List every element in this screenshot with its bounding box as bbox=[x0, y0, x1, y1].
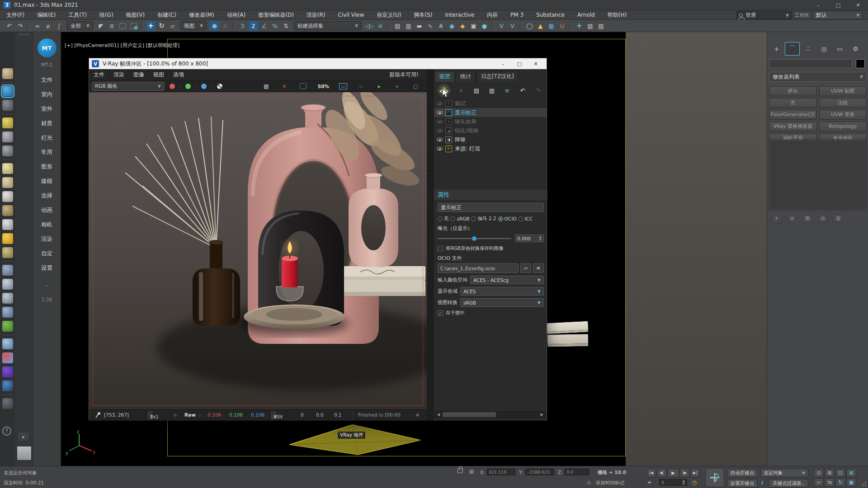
color-balls-icon[interactable] bbox=[2, 352, 13, 363]
tab-stats[interactable]: 统计 bbox=[456, 71, 476, 82]
auto-key-button[interactable]: 自动关键点 bbox=[727, 469, 758, 477]
key-nudge-icon[interactable]: ◂▸ bbox=[647, 480, 651, 484]
z-coordinate-field[interactable]: 0.0 bbox=[564, 469, 590, 475]
region-render-icon[interactable] bbox=[300, 83, 307, 89]
light-icon[interactable] bbox=[2, 117, 13, 128]
vfb-close-button[interactable]: ✕ bbox=[528, 58, 544, 69]
visibility-eye-icon[interactable] bbox=[437, 111, 443, 114]
render-lasso-icon[interactable]: ◌ bbox=[411, 82, 420, 91]
dock-swatch[interactable] bbox=[17, 446, 32, 460]
make-unique-icon[interactable]: ⊞ bbox=[802, 214, 812, 223]
transform-gizmo-icon[interactable]: ⊞ bbox=[469, 469, 474, 475]
zoom-all-icon[interactable]: ⊞ bbox=[825, 469, 835, 477]
select-and-move-icon[interactable]: + bbox=[146, 21, 156, 31]
x-coordinate-field[interactable]: 421.116 bbox=[486, 469, 515, 475]
visibility-eye-icon[interactable] bbox=[437, 138, 443, 141]
unlink-selection-icon[interactable]: ⌀ bbox=[43, 21, 53, 31]
sep[interactable] bbox=[2, 335, 14, 335]
menu-item[interactable]: 工具(T) bbox=[62, 10, 93, 20]
modifier-list-dropdown[interactable]: 修改器列表 ▼ bbox=[769, 72, 867, 82]
sep[interactable] bbox=[2, 394, 14, 395]
layer-source-lightmix[interactable]: ☉ 来源: 灯混 bbox=[434, 144, 547, 153]
u-icon[interactable]: U bbox=[557, 21, 567, 31]
pyramid-icon[interactable] bbox=[2, 293, 13, 304]
modifier-button[interactable]: 挤出 bbox=[769, 86, 817, 96]
redo-icon[interactable]: ↷ bbox=[15, 21, 25, 31]
green-channel-icon[interactable] bbox=[185, 84, 191, 89]
color-space-radio[interactable]: OCIO bbox=[498, 216, 517, 221]
ocio-path-field[interactable]: C:\aces_1.2\config.ocio bbox=[438, 263, 519, 273]
menu-item[interactable]: 自定义(U) bbox=[370, 10, 407, 20]
sample-size-dropdown[interactable]: 1x1▼ bbox=[148, 412, 152, 419]
select-and-rotate-icon[interactable]: ↻ bbox=[157, 21, 166, 31]
rock-icon[interactable] bbox=[2, 307, 13, 318]
tab-utilities[interactable]: ⚙ bbox=[848, 42, 863, 56]
color-space-radio[interactable]: 无 bbox=[438, 216, 449, 222]
menu-item[interactable]: 渲染(R) bbox=[300, 10, 332, 20]
scene-explorer-icon[interactable]: ▤ bbox=[393, 21, 402, 31]
select-object-icon[interactable]: ◤ bbox=[96, 21, 106, 31]
go-to-start-button[interactable]: |◀ bbox=[646, 469, 656, 477]
sep[interactable] bbox=[2, 261, 14, 262]
render-last-icon[interactable]: ▸ bbox=[375, 82, 383, 91]
bake-checkbox[interactable]: ✓ bbox=[438, 310, 443, 316]
configure-modifier-sets-icon[interactable]: ≣ bbox=[833, 214, 843, 223]
fit-to-window-icon[interactable]: ▭ bbox=[339, 83, 347, 89]
percent-snap-icon[interactable]: % bbox=[270, 21, 280, 31]
menu-item[interactable]: Substance bbox=[530, 10, 571, 20]
pin-stack-icon[interactable]: ⌖ bbox=[772, 214, 782, 223]
bind-to-space-warp-icon[interactable]: ∫ bbox=[54, 21, 64, 31]
zoom-icon[interactable]: ⊙ bbox=[814, 469, 824, 477]
vfb-panel-splitter[interactable]: ◂ bbox=[427, 69, 434, 421]
layer-lens-effects[interactable]: + 镜头效果 bbox=[434, 117, 547, 126]
zoom-extents-all-icon[interactable]: ⊠ bbox=[846, 469, 856, 477]
sidebar-item[interactable]: 自定 bbox=[41, 246, 52, 261]
layer-list-icon[interactable]: ≡ bbox=[501, 84, 514, 96]
layer-denoise[interactable]: ◑ 降噪 bbox=[434, 135, 547, 144]
update-notice[interactable]: 新版本可用! bbox=[389, 71, 419, 79]
object-color-swatch[interactable] bbox=[856, 59, 865, 68]
rendered-frame-icon[interactable]: ▣ bbox=[469, 21, 478, 31]
add-time-tag[interactable]: 添加时间标记 bbox=[596, 480, 624, 486]
scroll-right-icon[interactable]: ▶ bbox=[539, 412, 545, 418]
load-layer-tree-icon[interactable]: ▥ bbox=[486, 84, 498, 96]
sign-in-button[interactable]: 登录 ▼ bbox=[736, 11, 792, 19]
sidebar-item[interactable]: 文件 bbox=[41, 73, 52, 87]
clear-image-icon[interactable]: ✕ bbox=[280, 82, 288, 91]
help-icon[interactable]: ? bbox=[2, 427, 11, 436]
time-tag-icon[interactable]: ◇ bbox=[587, 479, 591, 486]
sidebar-item[interactable]: 灯光 bbox=[41, 131, 52, 145]
save-rgb-checkbox[interactable] bbox=[438, 246, 443, 251]
menu-item[interactable]: 文件(F) bbox=[0, 10, 31, 20]
tab-motion[interactable]: ◎ bbox=[816, 42, 831, 56]
mt-logo-icon[interactable]: MT bbox=[38, 38, 57, 57]
log-list-icon[interactable]: ≡ bbox=[415, 412, 420, 418]
layer-undo-icon[interactable]: ↶ bbox=[516, 84, 529, 96]
projector-icon[interactable] bbox=[2, 131, 13, 142]
named-selection-set-dropdown[interactable]: 创建选择集▼ bbox=[294, 21, 362, 30]
menu-item[interactable]: PM 3 bbox=[504, 10, 530, 20]
layer-name-field[interactable]: 显示校正 bbox=[438, 203, 544, 212]
moon-icon[interactable] bbox=[2, 279, 13, 290]
sep[interactable] bbox=[27, 22, 30, 30]
sidebar-item[interactable]: 建模 bbox=[41, 174, 52, 188]
sep[interactable] bbox=[491, 22, 495, 30]
dome-icon[interactable] bbox=[2, 177, 13, 188]
scrollbar-thumb[interactable] bbox=[443, 412, 496, 417]
tab-modify[interactable]: ⌒ bbox=[785, 42, 800, 56]
spinner-snap-icon[interactable]: ⇅ bbox=[281, 21, 291, 31]
render-preview-icon[interactable] bbox=[2, 100, 13, 111]
qr-icon[interactable]: ▦ bbox=[547, 21, 556, 31]
minimize-button[interactable]: – bbox=[808, 0, 828, 10]
vray-toolbar-icon-1[interactable]: V bbox=[497, 21, 506, 31]
grass-icon[interactable] bbox=[2, 321, 13, 332]
visibility-eye-icon[interactable] bbox=[437, 147, 443, 150]
channel-dropdown[interactable]: RGB 颜色 ▼ bbox=[92, 82, 164, 91]
ball-icon[interactable] bbox=[2, 247, 13, 258]
save-image-icon[interactable]: ▤ bbox=[262, 82, 270, 91]
menu-item[interactable]: 帮助(H) bbox=[601, 10, 633, 20]
blue-channel-icon[interactable] bbox=[201, 84, 207, 89]
object-name-field[interactable] bbox=[769, 59, 852, 68]
modifier-button[interactable]: VRay 置换修改器 bbox=[769, 122, 817, 131]
sep[interactable] bbox=[519, 22, 523, 30]
